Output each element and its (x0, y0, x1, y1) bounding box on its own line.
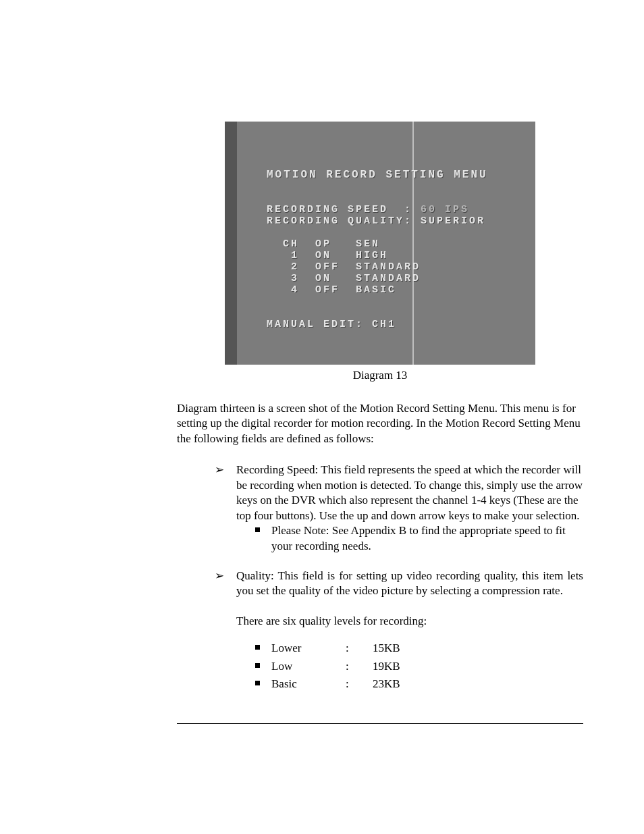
bullet-text: Quality: This field is for setting up vi… (236, 569, 583, 597)
level-colon: : (346, 641, 373, 656)
screenshot-figure: MOTION RECORD SETTING MENU RECORDING SPE… (225, 122, 535, 365)
intro-paragraph: Diagram thirteen is a screen shot of the… (177, 401, 583, 446)
level-size: 19KB (373, 659, 400, 674)
bullet-recording-speed: Recording Speed: This field represents t… (215, 463, 583, 554)
table-row: 2 OFF STANDARD (267, 261, 421, 273)
quality-value: SUPERIOR (412, 215, 485, 227)
speed-value: 60 IPS (412, 204, 469, 215)
list-item: Lower : 15KB (251, 641, 583, 656)
main-bullet-list: Recording Speed: This field represents t… (215, 463, 583, 692)
level-name: Basic (271, 677, 346, 692)
list-item: Low : 19KB (251, 659, 583, 674)
list-item: Basic : 23KB (251, 677, 583, 692)
quality-intro: There are six quality levels for recordi… (236, 614, 583, 629)
level-size: 15KB (373, 641, 400, 656)
figure-caption: Diagram 13 (177, 369, 583, 382)
bullet-quality: Quality: This field is for setting up vi… (215, 569, 583, 692)
quality-levels-list: Lower : 15KB Low : 19KB Basic : (251, 641, 583, 692)
table-row: 1 ON HIGH (267, 250, 388, 261)
level-name: Low (271, 659, 346, 674)
manual-edit-line: MANUAL EDIT: CH1 (267, 319, 396, 330)
level-colon: : (346, 659, 373, 674)
note-list: Please Note: See Appendix B to find the … (251, 523, 583, 554)
menu-body: RECORDING SPEED : 60 IPS RECORDING QUALI… (267, 204, 485, 330)
quality-label: RECORDING QUALITY: (267, 215, 412, 227)
document-page: MOTION RECORD SETTING MENU RECORDING SPE… (0, 0, 644, 778)
menu-title: MOTION RECORD SETTING MENU (267, 169, 488, 181)
bullet-text: Recording Speed: This field represents t… (236, 463, 583, 521)
footer-rule (177, 723, 583, 724)
dvr-menu-screenshot: MOTION RECORD SETTING MENU RECORDING SPE… (225, 122, 535, 365)
speed-label: RECORDING SPEED : (267, 204, 412, 215)
level-size: 23KB (373, 677, 400, 692)
table-row: 4 OFF BASIC (267, 284, 396, 296)
table-row: 3 ON STANDARD (267, 273, 421, 284)
level-name: Lower (271, 641, 346, 656)
level-colon: : (346, 677, 373, 692)
table-header: CH OP SEN (267, 238, 380, 250)
note-text: Please Note: See Appendix B to find the … (271, 524, 566, 552)
note-item: Please Note: See Appendix B to find the … (251, 523, 583, 554)
